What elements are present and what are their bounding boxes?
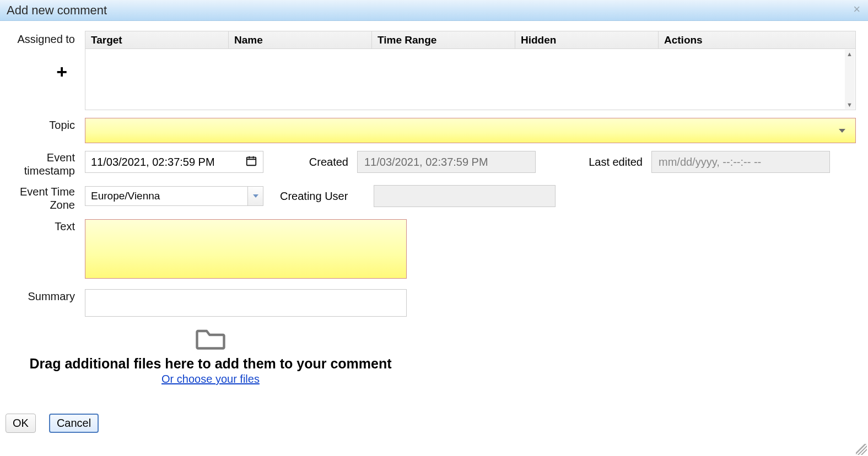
event-timezone-dropdown[interactable]: Europe/Vienna [85, 186, 263, 206]
col-name[interactable]: Name [229, 31, 372, 48]
dialog-title: Add new comment [7, 3, 107, 18]
resize-grip[interactable] [856, 444, 867, 455]
last-edited-placeholder: mm/dd/yyyy, --:--:-- -- [659, 156, 761, 169]
svg-rect-0 [247, 157, 256, 165]
add-assignee-button[interactable]: + [56, 62, 75, 81]
col-time-range[interactable]: Time Range [372, 31, 515, 48]
creating-user-readonly [374, 185, 556, 207]
chevron-down-icon [253, 194, 258, 198]
col-actions[interactable]: Actions [659, 31, 855, 48]
text-textarea[interactable] [85, 219, 407, 279]
dialog-titlebar[interactable]: Add new comment × [0, 0, 868, 21]
col-target[interactable]: Target [85, 31, 229, 48]
summary-label: Summary [12, 289, 85, 303]
creating-user-label: Creating User [280, 190, 352, 203]
scroll-down-icon[interactable]: ▼ [847, 101, 853, 108]
assigned-to-label: Assigned to [17, 31, 75, 46]
scroll-up-icon[interactable]: ▲ [847, 51, 853, 57]
file-dropzone[interactable]: Drag additional files here to add them t… [12, 327, 409, 386]
last-edited-readonly: mm/dd/yyyy, --:--:-- -- [651, 151, 830, 173]
event-timestamp-input[interactable]: 11/03/2021, 02:37:59 PM [85, 151, 263, 173]
choose-files-link[interactable]: Or choose your files [161, 373, 260, 386]
last-edited-label: Last edited [582, 156, 643, 169]
event-timestamp-label: Event timestamp [12, 151, 85, 177]
dropzone-title: Drag additional files here to add them t… [12, 356, 409, 372]
event-timestamp-value: 11/03/2021, 02:37:59 PM [91, 156, 215, 169]
topic-label: Topic [12, 118, 85, 132]
table-scrollbar[interactable]: ▲ ▼ [845, 50, 855, 109]
close-icon[interactable]: × [853, 3, 860, 15]
created-label: Created [299, 156, 348, 169]
folder-icon [12, 327, 409, 354]
text-label: Text [12, 219, 85, 233]
calendar-icon[interactable] [245, 155, 257, 170]
created-value: 11/03/2021, 02:37:59 PM [364, 156, 488, 169]
summary-input[interactable] [85, 289, 407, 317]
event-timezone-label: Event Time Zone [12, 185, 85, 211]
timezone-caret[interactable] [247, 187, 263, 205]
table-header-row: Target Name Time Range Hidden Actions [85, 31, 855, 49]
assigned-to-table: Target Name Time Range Hidden Actions ▲ … [85, 31, 856, 110]
chevron-down-icon [839, 129, 845, 133]
ok-button[interactable]: OK [6, 414, 36, 433]
col-hidden[interactable]: Hidden [515, 31, 659, 48]
event-timezone-value: Europe/Vienna [91, 190, 160, 202]
topic-dropdown[interactable] [85, 118, 856, 143]
cancel-button[interactable]: Cancel [49, 414, 99, 433]
created-readonly: 11/03/2021, 02:37:59 PM [357, 151, 536, 173]
